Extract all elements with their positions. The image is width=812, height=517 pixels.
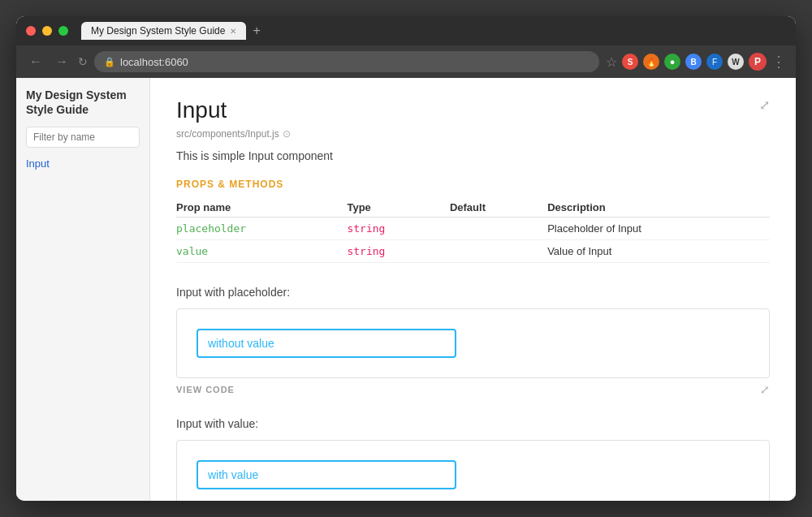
col-type: Type — [347, 198, 449, 218]
header-row: Input ⤢ — [176, 97, 770, 123]
demo-section-1: Input with placeholder: VIEW CODE ⤢ — [176, 286, 770, 401]
prop-type-2: string — [347, 245, 385, 257]
table-row: placeholder string Placeholder of Input — [176, 218, 770, 240]
sidebar-title: My Design System Style Guide — [26, 88, 140, 117]
demo1-input[interactable] — [197, 329, 456, 358]
demo-section-2: Input with value: VIEW CODE ⤢ — [176, 417, 770, 501]
ext-icon-2[interactable]: 🔥 — [643, 54, 659, 70]
lock-icon: 🔒 — [104, 57, 115, 67]
more-button[interactable]: ⋮ — [771, 53, 786, 71]
address-text: localhost:6060 — [120, 56, 188, 68]
file-path: src/components/Input.js ⊙ — [176, 128, 770, 140]
new-tab-button[interactable]: + — [249, 24, 263, 38]
page-title: Input — [176, 97, 770, 123]
prop-desc-2: Value of Input — [547, 240, 770, 263]
demo1-view-code-button[interactable]: VIEW CODE — [176, 385, 235, 394]
props-table: Prop name Type Default Description place… — [176, 198, 770, 263]
prop-type-1: string — [347, 222, 385, 235]
browser-addressbar: ← → ↻ 🔒 localhost:6060 ☆ S 🔥 ● B F W P ⋮ — [16, 45, 796, 78]
prop-desc-1: Placeholder of Input — [547, 218, 770, 240]
main-content: Input ⤢ src/components/Input.js ⊙ This i… — [150, 78, 796, 501]
sidebar-item-input[interactable]: Input — [26, 157, 140, 170]
close-button[interactable] — [26, 26, 36, 36]
copy-icon[interactable]: ⊙ — [283, 128, 291, 140]
bookmark-icon[interactable]: ☆ — [606, 54, 617, 70]
page-description: This is simple Input component — [176, 149, 770, 162]
tab-close-icon[interactable]: ✕ — [230, 27, 236, 36]
ext-icon-3[interactable]: ● — [664, 54, 680, 70]
filter-input[interactable] — [26, 127, 140, 148]
page-expand-button[interactable]: ⤢ — [759, 97, 770, 113]
active-tab[interactable]: My Design System Style Guide ✕ — [81, 22, 246, 40]
tab-label: My Design System Style Guide — [91, 25, 225, 37]
file-path-text: src/components/Input.js — [176, 128, 279, 140]
demo2-box — [176, 440, 770, 501]
demo1-view-code-bar: VIEW CODE ⤢ — [176, 378, 770, 401]
col-prop-name: Prop name — [176, 198, 347, 218]
browser-titlebar: My Design System Style Guide ✕ + — [16, 16, 796, 45]
minimize-button[interactable] — [42, 26, 52, 36]
ext-icon-6[interactable]: W — [728, 54, 744, 70]
profile-icon[interactable]: P — [749, 53, 767, 71]
address-bar[interactable]: 🔒 localhost:6060 — [94, 51, 599, 72]
prop-name-2: value — [176, 245, 208, 257]
demo2-label: Input with value: — [176, 417, 770, 430]
table-row: value string Value of Input — [176, 240, 770, 263]
col-description: Description — [547, 198, 770, 218]
ext-icon-1[interactable]: S — [622, 54, 638, 70]
browser-window: My Design System Style Guide ✕ + ← → ↻ 🔒… — [16, 16, 796, 501]
forward-button[interactable]: → — [52, 53, 71, 71]
sidebar: My Design System Style Guide Input — [16, 78, 150, 501]
col-default: Default — [450, 198, 547, 218]
back-button[interactable]: ← — [26, 53, 45, 71]
prop-default-1 — [450, 218, 547, 240]
maximize-button[interactable] — [58, 26, 68, 36]
prop-name-1: placeholder — [176, 222, 246, 235]
tab-bar: My Design System Style Guide ✕ + — [81, 22, 264, 40]
demo1-box — [176, 308, 770, 378]
ext-icon-5[interactable]: F — [706, 54, 723, 70]
demo1-expand-icon[interactable]: ⤢ — [760, 383, 770, 396]
demo2-input[interactable] — [197, 460, 456, 489]
toolbar-icons: ☆ S 🔥 ● B F W P ⋮ — [606, 53, 786, 71]
refresh-button[interactable]: ↻ — [78, 55, 88, 68]
app-body: My Design System Style Guide Input Input… — [16, 78, 796, 501]
prop-default-2 — [450, 240, 547, 263]
demo1-label: Input with placeholder: — [176, 286, 770, 299]
props-section-label: PROPS & METHODS — [176, 179, 770, 190]
ext-icon-4[interactable]: B — [685, 54, 702, 70]
